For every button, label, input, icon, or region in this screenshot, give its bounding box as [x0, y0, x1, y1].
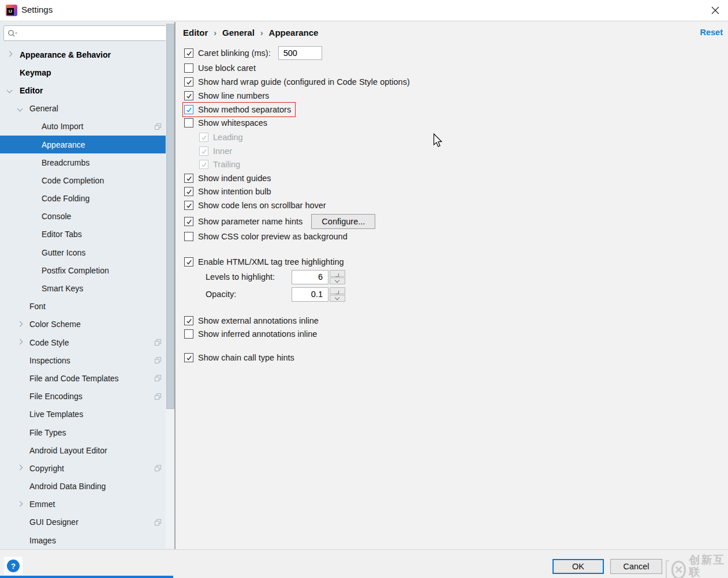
indent-guides-checkbox[interactable]: [184, 174, 193, 183]
opacity-spinner-up-icon[interactable]: [330, 287, 345, 294]
breadcrumb-separator-icon: ›: [214, 28, 216, 37]
external-annotations-checkbox[interactable]: [184, 316, 193, 325]
whitespaces-checkbox[interactable]: [184, 118, 193, 127]
help-button[interactable]: ?: [7, 560, 20, 572]
line-numbers-checkbox[interactable]: [184, 91, 193, 100]
sidebar-item-keymap[interactable]: Keymap: [0, 63, 174, 81]
sidebar-item-breadcrumbs[interactable]: Breadcrumbs: [0, 153, 174, 171]
watermark-cn-text: 创新互联: [689, 554, 728, 578]
chevron-down-icon[interactable]: [17, 106, 23, 111]
sidebar-item-auto-import[interactable]: Auto Import: [0, 118, 174, 136]
sidebar-item-code-style[interactable]: Code Style: [0, 333, 174, 351]
levels-spinner-down-icon[interactable]: [330, 277, 345, 284]
sidebar-item-editor[interactable]: Editor: [0, 81, 174, 99]
inferred-annotations-row: Show inferred annotations inline: [184, 327, 317, 341]
close-icon[interactable]: [709, 4, 722, 17]
tag-tree-checkbox[interactable]: [184, 257, 193, 267]
tag-tree-row: Enable HTML/XML tag tree highlighting: [184, 255, 344, 269]
whitespaces-row: Show whitespaces: [184, 116, 267, 130]
sidebar-item-code-folding[interactable]: Code Folding: [0, 190, 174, 208]
sidebar-item-smart-keys[interactable]: Smart Keys: [0, 279, 174, 297]
shared-settings-icon: [155, 357, 162, 364]
caret-blinking-checkbox[interactable]: [184, 48, 193, 58]
sidebar-item-images[interactable]: Images: [0, 531, 174, 549]
line-numbers-row: Show line numbers: [184, 89, 269, 103]
configure-button[interactable]: Configure...: [311, 214, 375, 229]
dialog-footer: ? OK Cancel ✕ 创新互联 CHUANG XIN HU LIAN: [0, 549, 728, 578]
hard-wrap-guide-checkbox[interactable]: [184, 77, 193, 87]
chevron-right-icon[interactable]: [7, 51, 13, 57]
mouse-cursor-icon: [433, 133, 444, 151]
trailing-checkbox[interactable]: [199, 160, 208, 169]
chevron-right-icon[interactable]: [17, 321, 23, 326]
sidebar-item-file-encodings[interactable]: File Encodings: [0, 388, 174, 406]
sidebar-item-appearance[interactable]: Appearance: [0, 136, 174, 153]
sidebar-item-live-templates[interactable]: Live Templates: [0, 406, 174, 423]
inner-checkbox[interactable]: [199, 147, 208, 156]
search-icon: [8, 29, 18, 37]
settings-dialog: IJ Settings Appearance & Behavior Keymap…: [0, 0, 728, 578]
watermark-logo-icon: ✕: [671, 561, 686, 578]
css-preview-checkbox[interactable]: [184, 232, 193, 241]
opacity-spinner-down-icon[interactable]: [330, 295, 345, 302]
sidebar-item-file-types[interactable]: File Types: [0, 423, 174, 441]
chevron-right-icon[interactable]: [17, 465, 23, 471]
leading-checkbox[interactable]: [199, 133, 208, 142]
sidebar-item-android-layout-editor[interactable]: Android Layout Editor: [0, 441, 174, 459]
shared-settings-icon: [155, 123, 162, 130]
parameter-hints-checkbox[interactable]: [184, 217, 193, 226]
levels-input[interactable]: [292, 270, 328, 284]
bottom-blue-strip: [0, 576, 173, 578]
sidebar-item-general[interactable]: General: [0, 100, 174, 118]
sidebar-item-file-code-templates[interactable]: File and Code Templates: [0, 369, 174, 387]
code-lens-checkbox[interactable]: [184, 201, 193, 210]
watermark-bracket: [666, 560, 669, 578]
external-annotations-row: Show external annotations inline: [184, 314, 319, 328]
chevron-right-icon[interactable]: [17, 501, 23, 506]
reset-link[interactable]: Reset: [700, 28, 723, 37]
sidebar-item-android-data-binding[interactable]: Android Data Binding: [0, 478, 174, 496]
sidebar-scrollbar-thumb[interactable]: [166, 24, 174, 409]
inferred-annotations-checkbox[interactable]: [184, 329, 193, 339]
help-button-container: ?: [4, 557, 23, 575]
method-separators-row-highlight: Show method separators: [182, 102, 296, 117]
breadcrumb-editor[interactable]: Editor: [183, 28, 208, 37]
use-block-caret-row: Use block caret: [184, 61, 256, 75]
sidebar-item-copyright[interactable]: Copyright: [0, 459, 174, 477]
levels-spinner-up-icon[interactable]: [330, 270, 345, 277]
opacity-input[interactable]: [292, 287, 328, 302]
breadcrumb-separator-icon: ›: [260, 28, 263, 37]
sidebar-item-editor-tabs[interactable]: Editor Tabs: [0, 226, 174, 243]
intention-bulb-checkbox[interactable]: [184, 187, 193, 196]
use-block-caret-checkbox[interactable]: [184, 63, 193, 73]
sidebar-item-inspections[interactable]: Inspections: [0, 351, 174, 369]
sidebar-item-gutter-icons[interactable]: Gutter Icons: [0, 243, 174, 261]
intellij-app-icon: IJ: [6, 5, 17, 16]
cancel-button[interactable]: Cancel: [610, 559, 662, 574]
sidebar-scrollbar-track[interactable]: [166, 22, 174, 549]
sidebar-item-emmet[interactable]: Emmet: [0, 496, 174, 513]
chevron-down-icon[interactable]: [7, 88, 13, 93]
shared-settings-icon: [155, 393, 162, 400]
method-separators-checkbox[interactable]: [184, 105, 193, 114]
breadcrumb-general[interactable]: General: [222, 28, 255, 37]
intention-bulb-row: Show intention bulb: [184, 185, 271, 198]
search-input[interactable]: [18, 29, 170, 37]
shared-settings-icon: [155, 375, 162, 382]
css-preview-row: Show CSS color preview as background: [184, 230, 348, 243]
settings-search[interactable]: [3, 25, 170, 41]
sidebar-item-color-scheme[interactable]: Color Scheme: [0, 316, 174, 333]
chevron-right-icon[interactable]: [17, 339, 23, 345]
sidebar-item-font[interactable]: Font: [0, 298, 174, 316]
sidebar-item-gui-designer[interactable]: GUI Designer: [0, 513, 174, 531]
sidebar-item-code-completion[interactable]: Code Completion: [0, 171, 174, 189]
sidebar-item-postfix-completion[interactable]: Postfix Completion: [0, 261, 174, 279]
window-title: Settings: [21, 5, 53, 14]
opacity-row: Opacity:: [206, 287, 345, 302]
caret-blinking-input[interactable]: [278, 46, 322, 60]
sidebar-item-console[interactable]: Console: [0, 208, 174, 226]
sidebar-item-appearance-behavior[interactable]: Appearance & Behavior: [0, 46, 174, 63]
shared-settings-icon: [155, 519, 162, 526]
chain-hints-checkbox[interactable]: [184, 353, 193, 362]
ok-button[interactable]: OK: [552, 559, 604, 574]
